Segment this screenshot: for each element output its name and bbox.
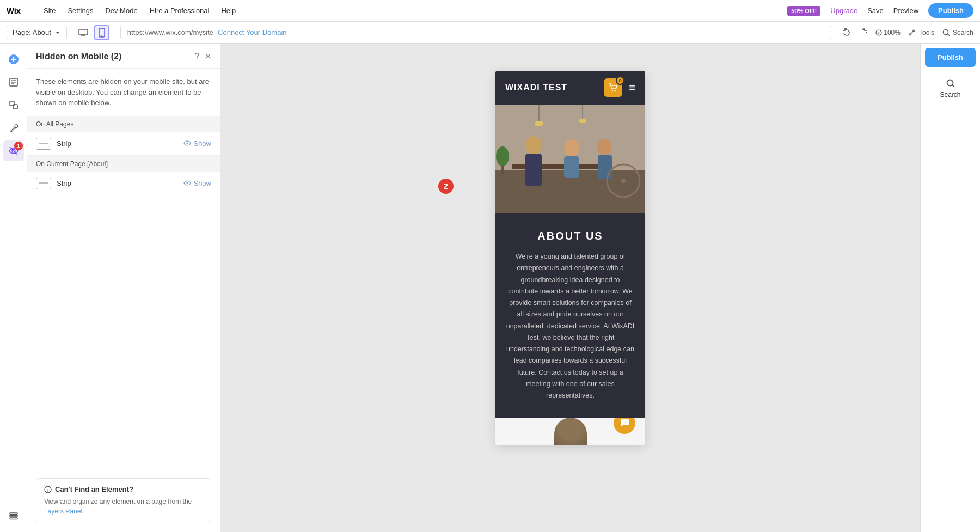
cant-find-box: i Can't Find an Element? View and organi… — [36, 478, 211, 523]
svg-rect-39 — [598, 155, 612, 179]
search-button-right[interactable]: Search — [921, 71, 980, 105]
svg-line-49 — [952, 85, 954, 88]
show-button-2[interactable]: Show — [183, 179, 211, 187]
strip-item-2: Strip Show — [27, 172, 220, 195]
url-bar: https://www.wix.com/mysite Connect Your … — [120, 26, 831, 39]
url-text: https://www.wix.com/mysite — [127, 28, 213, 36]
tools-button[interactable]: Tools — [908, 28, 934, 37]
save-button[interactable]: Save — [867, 7, 884, 15]
hidden-badge: 1 — [14, 142, 23, 150]
bottom-person — [554, 418, 587, 445]
desktop-view-button[interactable] — [76, 25, 91, 40]
dev-mode-menu[interactable]: Dev Mode — [104, 4, 138, 17]
section-current-page: On Current Page [About] — [27, 156, 220, 172]
panel-header-icons: ? × — [194, 50, 211, 63]
second-toolbar: Page: About https://www.wix.com/mysite C… — [0, 22, 980, 44]
phone-preview: WIXADI TEST 0 ≡ — [495, 71, 645, 445]
svg-rect-1 — [79, 29, 88, 35]
hire-professional-menu[interactable]: Hire a Professional — [149, 4, 211, 17]
floating-badge-2: 2 — [438, 179, 454, 194]
svg-point-5 — [101, 35, 102, 36]
design-button[interactable] — [3, 95, 24, 115]
publish-button-right[interactable]: Publish — [925, 48, 976, 67]
svg-point-29 — [615, 90, 616, 91]
strip-label-2: Strip — [57, 179, 178, 187]
hidden-elements-panel: Hidden on Mobile (2) ? × These elements … — [27, 44, 220, 532]
strip-icon-2 — [36, 178, 51, 189]
svg-text:Wix: Wix — [7, 6, 21, 15]
undo-button[interactable] — [842, 28, 851, 37]
phone-header: WIXADI TEST 0 ≡ — [495, 71, 645, 105]
hero-photo — [495, 105, 645, 213]
top-navigation: Wix Site Settings Dev Mode Hire a Profes… — [0, 0, 980, 22]
svg-point-38 — [597, 139, 611, 155]
view-icons — [76, 25, 109, 40]
svg-point-41 — [621, 179, 626, 183]
svg-point-8 — [943, 29, 948, 34]
show-button-1[interactable]: Show — [183, 139, 211, 148]
hamburger-icon[interactable]: ≡ — [629, 82, 635, 94]
help-menu[interactable]: Help — [220, 4, 237, 17]
eye-icon-1 — [183, 139, 191, 148]
hero-photo-bg — [495, 105, 645, 213]
sidebar-icons: 1 — [0, 44, 27, 532]
help-icon-button[interactable]: ? — [194, 52, 199, 62]
pages-button[interactable] — [3, 72, 24, 93]
connect-domain-link[interactable]: Connect Your Domain — [218, 28, 286, 36]
preview-button[interactable]: Preview — [893, 7, 918, 15]
svg-point-48 — [947, 80, 953, 86]
svg-point-43 — [496, 146, 509, 166]
svg-point-25 — [187, 182, 188, 184]
discount-badge: 50% OFF — [787, 6, 820, 16]
svg-point-36 — [564, 139, 579, 157]
chat-bubble-button[interactable] — [614, 418, 635, 434]
cart-count: 0 — [616, 76, 624, 85]
close-panel-button[interactable]: × — [205, 50, 211, 63]
settings-menu[interactable]: Settings — [66, 4, 94, 17]
layers-panel-link[interactable]: Layers Panel. — [44, 507, 84, 515]
strip-item-1: Strip Show — [27, 132, 220, 156]
about-text: We're a young and talented group of entr… — [505, 251, 635, 401]
search-label: Search — [940, 91, 960, 99]
strip-item-1-wrapper: Strip Show 2 — [27, 132, 220, 156]
layers-button[interactable] — [3, 506, 24, 527]
svg-point-47 — [579, 119, 586, 123]
page-selector[interactable]: Page: About — [7, 26, 67, 39]
strip-icon-1 — [36, 138, 51, 150]
svg-rect-23 — [10, 513, 17, 515]
panel-header: Hidden on Mobile (2) ? × — [27, 44, 220, 69]
svg-point-45 — [535, 121, 543, 126]
svg-line-9 — [947, 34, 950, 36]
add-element-button[interactable] — [3, 49, 24, 70]
svg-rect-37 — [564, 156, 579, 178]
svg-text:i: i — [47, 487, 48, 492]
cant-find-title: i Can't Find an Element? — [44, 485, 203, 493]
upgrade-link[interactable]: Upgrade — [830, 7, 857, 15]
svg-point-34 — [525, 136, 542, 155]
svg-rect-21 — [10, 518, 17, 519]
hidden-elements-button[interactable]: 1 — [3, 140, 24, 161]
search-toolbar-button[interactable]: Search — [942, 28, 973, 37]
zoom-level: % 100% — [875, 29, 901, 36]
svg-rect-35 — [525, 154, 542, 186]
svg-rect-22 — [10, 516, 17, 517]
strip-label-1: Strip — [57, 139, 178, 148]
svg-point-24 — [187, 143, 188, 144]
section-all-pages: On All Pages — [27, 116, 220, 132]
wrench-button[interactable] — [3, 118, 24, 138]
cart-button[interactable]: 0 — [604, 78, 622, 97]
panel-description: These elements are hidden on your mobile… — [27, 69, 220, 116]
site-title: WIXADI TEST — [505, 83, 567, 93]
about-title: ABOUT US — [505, 230, 635, 242]
phone-bottom — [495, 418, 645, 445]
site-menu[interactable]: Site — [42, 4, 57, 17]
svg-point-28 — [612, 90, 613, 91]
mobile-view-button[interactable] — [94, 25, 109, 40]
cant-find-desc: View and organize any element on a page … — [44, 497, 203, 516]
panel-title: Hidden on Mobile (2) — [36, 52, 121, 62]
redo-button[interactable] — [859, 28, 867, 37]
publish-button[interactable]: Publish — [928, 3, 973, 18]
right-panel: Publish Search — [920, 44, 980, 532]
phone-header-icons: 0 ≡ — [604, 78, 635, 97]
about-section: ABOUT US We're a young and talented grou… — [495, 213, 645, 418]
